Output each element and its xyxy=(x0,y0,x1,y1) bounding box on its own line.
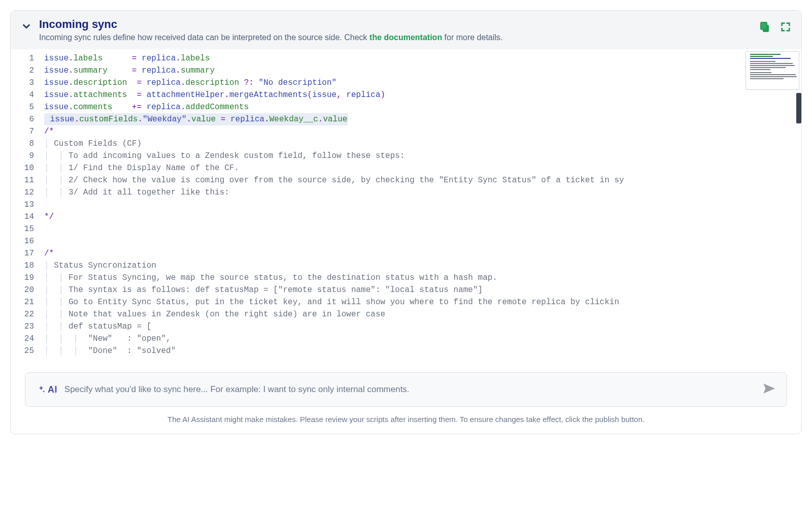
panel-header: Incoming sync Incoming sync rules define… xyxy=(11,11,801,49)
code-area[interactable]: issue.labels = replica.labelsissue.summa… xyxy=(44,49,801,359)
code-line[interactable]: │ │ def statusMap = [ xyxy=(44,320,801,333)
code-line[interactable]: │ │ 1/ Find the Display Name of the CF. xyxy=(44,162,801,174)
code-editor[interactable]: 1234567891011121314151617181920212223242… xyxy=(11,49,801,359)
code-line[interactable]: │ │ │ "New" : "open", xyxy=(44,333,801,345)
code-line[interactable]: issue.summary = replica.summary xyxy=(44,64,801,77)
line-number: 20 xyxy=(11,284,44,296)
minimap[interactable] xyxy=(746,51,799,90)
code-line[interactable]: │ │ Go to Entity Sync Status, put in the… xyxy=(44,296,801,308)
line-number: 7 xyxy=(11,125,44,138)
line-number: 14 xyxy=(11,211,44,223)
code-line[interactable]: */ xyxy=(44,211,801,223)
code-line[interactable] xyxy=(44,235,801,247)
code-line[interactable]: │ │ To add incoming values to a Zendesk … xyxy=(44,150,801,162)
line-number: 5 xyxy=(11,101,44,113)
fullscreen-button[interactable] xyxy=(780,21,791,33)
ai-badge: AI xyxy=(37,384,57,395)
line-number: 12 xyxy=(11,186,44,199)
code-line[interactable]: │ │ Note that values in Zendesk (on the … xyxy=(44,308,801,320)
send-icon xyxy=(762,382,775,395)
line-number: 18 xyxy=(11,260,44,272)
chevron-down-icon xyxy=(21,21,32,32)
copy-icon xyxy=(759,21,771,33)
code-line[interactable]: /* xyxy=(44,125,801,138)
line-number: 19 xyxy=(11,272,44,284)
code-line[interactable]: issue.customFields."Weekday".value = rep… xyxy=(44,113,801,125)
sparkle-icon xyxy=(37,385,46,394)
code-line[interactable]: │ │ For Status Syncing, we map the sourc… xyxy=(44,272,801,284)
line-number: 3 xyxy=(11,77,44,89)
incoming-sync-panel: Incoming sync Incoming sync rules define… xyxy=(10,10,802,434)
code-line[interactable]: issue.attachments = attachmentHelper.mer… xyxy=(44,89,801,101)
line-number: 8 xyxy=(11,138,44,150)
line-number: 1 xyxy=(11,52,44,64)
line-number: 25 xyxy=(11,345,44,357)
line-number: 23 xyxy=(11,320,44,333)
line-number: 24 xyxy=(11,333,44,345)
line-number: 10 xyxy=(11,162,44,174)
line-number: 2 xyxy=(11,64,44,77)
fullscreen-icon xyxy=(780,21,791,33)
line-number: 21 xyxy=(11,296,44,308)
ai-input-placeholder: Specify what you'd like to sync here... … xyxy=(64,384,755,395)
ai-assistant-area: AI Specify what you'd like to sync here.… xyxy=(11,359,801,434)
scrollbar-thumb[interactable] xyxy=(796,93,801,123)
line-number: 6 xyxy=(11,113,44,125)
line-number: 4 xyxy=(11,89,44,101)
svg-rect-2 xyxy=(761,22,767,29)
copy-button[interactable] xyxy=(759,21,771,33)
line-number: 22 xyxy=(11,308,44,320)
line-number-gutter: 1234567891011121314151617181920212223242… xyxy=(11,49,44,359)
code-line[interactable] xyxy=(44,199,801,211)
documentation-link[interactable]: the documentation xyxy=(369,33,442,42)
code-line[interactable]: │ Status Syncronization xyxy=(44,260,801,272)
collapse-button[interactable] xyxy=(21,21,32,34)
ai-input-box[interactable]: AI Specify what you'd like to sync here.… xyxy=(25,372,787,407)
line-number: 13 xyxy=(11,199,44,211)
code-line[interactable]: issue.description = replica.description … xyxy=(44,77,801,89)
code-line[interactable]: │ │ │ "Done" : "solved" xyxy=(44,345,801,357)
line-number: 15 xyxy=(11,223,44,235)
code-line[interactable] xyxy=(44,223,801,235)
code-line[interactable]: issue.comments += replica.addedComments xyxy=(44,101,801,113)
code-line[interactable]: │ │ 3/ Add it all together like this: xyxy=(44,186,801,199)
code-line[interactable]: issue.labels = replica.labels xyxy=(44,52,801,64)
panel-title: Incoming sync xyxy=(39,18,752,31)
send-button[interactable] xyxy=(762,382,775,397)
code-line[interactable]: │ │ The syntax is as follows: def status… xyxy=(44,284,801,296)
code-line[interactable]: │ │ 2/ Check how the value is coming ove… xyxy=(44,174,801,186)
line-number: 11 xyxy=(11,174,44,186)
code-line[interactable]: │ Custom Fields (CF) xyxy=(44,138,801,150)
panel-subtitle: Incoming sync rules define how received … xyxy=(39,33,752,42)
ai-disclaimer: The AI Assistant might make mistakes. Pl… xyxy=(25,415,787,424)
line-number: 17 xyxy=(11,247,44,260)
line-number: 9 xyxy=(11,150,44,162)
code-line[interactable]: /* xyxy=(44,247,801,260)
line-number: 16 xyxy=(11,235,44,247)
